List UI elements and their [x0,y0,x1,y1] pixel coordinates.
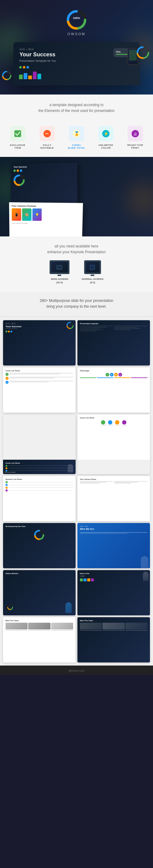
gfx-watermark: gfxmom.com [0,665,153,675]
feature-slides: 🏅 11500+SLIDE TOTAL [62,126,91,149]
enhance-line2: enhance your Keynote Presentation [6,250,147,254]
wide-screen-option: WIDE-SCREEN(16:9) [50,260,69,284]
svg-text:🏅: 🏅 [74,131,80,136]
slide4-title: Advantage [80,370,148,372]
features-section: EXCLUSIVEITEM ✂ FULLYEDITABLE 🏅 11500+SL… [0,121,153,157]
slide11-title: Status Monitor [5,572,73,575]
slides-3d-stack: Your Success Four C [10,163,144,230]
wide-screen-label: WIDE-SCREEN(16:9) [51,278,68,284]
slide-thumb-meet-team2: Meet The Team [78,617,150,662]
editable-label: FULLYEDITABLE [40,144,54,149]
slide-thumb-who-we-are: 2015 - 2016 Who We Are [78,523,150,568]
slide-thumb-advantage: Advantage ✓ ★ ◆ ▲ [78,367,150,412]
logo-text: OWSOM [68,32,86,36]
slide-thumb-iconic-dark: Iconic List Show We are [3,414,75,474]
slide-thumb-status: Status Monitor [3,570,75,615]
print-icon: 🖨 [128,126,143,141]
slide14-title: Meet The Team [80,620,148,621]
feature-editable: ✂ FULLYEDITABLE [32,126,62,149]
svg-rect-30 [56,265,62,270]
slide2-title: Presentation Agenda [80,323,148,324]
enhance-section: all you need available here enhance your… [0,237,153,292]
slide12-title: Nature of the [80,572,148,575]
hero-section: 100% OWSOM 01.01 — 30.12 Your Success Pr… [0,0,153,94]
normal-screen-label: NORMAL-SCREEN(8:3) [82,278,103,284]
slide8-title: Two Column Show [80,478,148,480]
slide-thumb-iconic-light2: Iconic List Show [78,414,150,474]
enhance-line1: all you need available here [6,244,147,248]
description-line1: a template designed according to [9,102,144,108]
print-label: READY FORPRINT [127,144,143,149]
slide-back: Your Success [10,163,77,204]
slide-front-title: Four Columns Portfolio [12,205,81,208]
slide-thumb-nature: Nature of the Leader [78,570,150,615]
feature-print: 🖨 READY FORPRINT [121,126,150,149]
feature-exclusive: EXCLUSIVEITEM [3,126,32,149]
slide-thumb-iconic1: Iconic List Show ● ● [3,367,75,412]
hero-presentation: 01.01 — 30.12 Your Success Presentation … [12,42,140,85]
slide3-title: Iconic List Show [5,370,73,372]
slide12-subtitle: Leader [80,575,148,577]
hero-date: 01.01 — 30.12 [20,48,56,50]
slide-thumb-dark-title: 01.01 — 30.12 Your Success Download with… [3,320,75,366]
deco-ring-left [2,70,12,82]
exclusive-icon [10,126,25,141]
slide10-date: 2015 - 2016 [80,525,148,527]
svg-text:⚡: ⚡ [103,131,109,136]
logo-container: 100% OWSOM [66,9,87,36]
slides-preview: Your Success Four C [0,157,153,237]
color-label: UNLIMITEDCOLOR [98,144,113,149]
slide10-title: Who We Are [80,528,148,530]
slide7-title: Numeric List Show [5,478,73,480]
screen-options: WIDE-SCREEN(16:9) NORMAL-SCREEN(8:3) [6,260,147,284]
slide13-title: Meet The Team [5,620,73,621]
svg-text:100%: 100% [73,17,80,20]
slide-thumb-meet-team1: Meet The Team [3,617,75,662]
multipurpose-section: 280+ Multipurpose slide for your present… [0,292,153,316]
slide-grid: 01.01 — 30.12 Your Success Download with… [3,320,150,663]
slide5-title: Iconic List Show [5,462,73,464]
slides-icon: 🏅 [69,126,84,141]
description-line2: the Elements of the most used for presen… [9,108,144,114]
feature-color: ⚡ UNLIMITEDCOLOR [91,126,121,149]
svg-text:✂: ✂ [45,131,49,136]
slide-thumb-agenda: Presentation Agenda [78,320,150,366]
slide9-title: We Empowering Your Team [5,525,73,527]
editable-icon: ✂ [39,126,55,141]
exclusive-label: EXCLUSIVEITEM [10,144,25,149]
normal-screen-option: NORMAL-SCREEN(8:3) [82,260,103,284]
slide-back-title: Your Success [13,165,75,168]
svg-rect-32 [90,265,95,270]
gfx-text: gfxmom.com [68,669,85,672]
description-section: a template designed according to the Ele… [0,94,153,121]
hero-title: Your Success [19,51,56,58]
logo-donut: 100% [66,9,87,31]
slide-grid-section: 01.01 — 30.12 Your Success Download with… [0,317,153,666]
color-icon: ⚡ [98,126,114,141]
slide6-title: Iconic List Show [80,417,148,419]
slide-thumb-empowering: We Empowering Your Team [3,523,75,568]
svg-text:🖨: 🖨 [133,132,137,136]
multipurpose-line1: 280+ Multipurpose slide for your present… [9,298,144,304]
slide-thumb-twocol: Two Column Show [78,476,150,521]
hero-subtitle: Presentation Template for You [19,59,56,62]
deco-ring-right [136,46,150,61]
slide-thumb-numeric: Numeric List Show 1 2 3 [3,476,75,521]
slides-label: 11500+SLIDE TOTAL [68,144,85,149]
slide-front: Four Columns Portfolio 📱 🎨 💡 Four Column… [9,203,83,237]
slide1-title: Your Success [5,325,73,328]
multipurpose-line2: bring your company to the next level. [9,304,144,310]
